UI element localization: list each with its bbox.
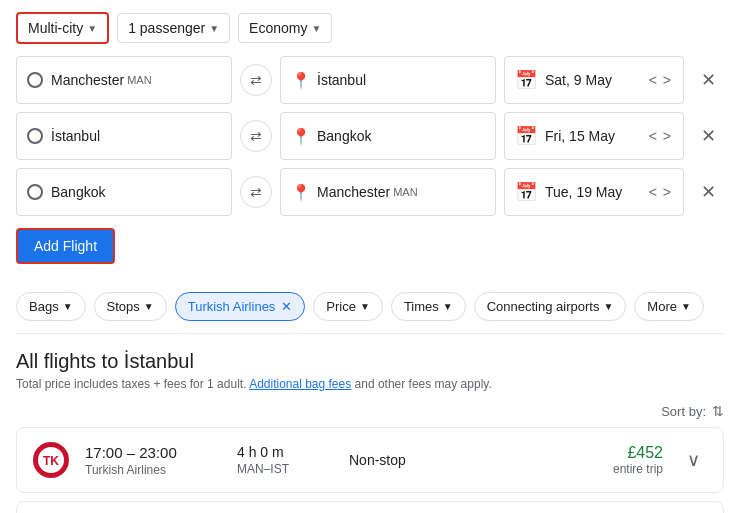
date-nav-2: < >	[647, 128, 673, 144]
stops-chevron-icon: ▼	[144, 301, 154, 312]
filter-turkish-airlines-label: Turkish Airlines	[188, 299, 276, 314]
prev-arrow-1[interactable]: <	[647, 72, 659, 88]
close-btn-3[interactable]: ✕	[692, 176, 724, 208]
calendar-icon-3: 📅	[515, 181, 537, 203]
date-nav-3: < >	[647, 184, 673, 200]
cabin-dropdown[interactable]: Economy ▼	[238, 13, 332, 43]
swap-btn-3[interactable]: ⇄	[240, 176, 272, 208]
filter-stops[interactable]: Stops ▼	[94, 292, 167, 321]
passengers-chevron-icon: ▼	[209, 23, 219, 34]
flight-card-1[interactable]: TK 17:00 – 23:00 Turkish Airlines 4 h 0 …	[16, 427, 724, 493]
close-btn-1[interactable]: ✕	[692, 64, 724, 96]
flight-row-2: İstanbul ⇄ 📍 Bangkok 📅 Fri, 15 May < > ✕	[16, 112, 724, 160]
sort-label: Sort by:	[661, 404, 706, 419]
stops-text-1: Non-stop	[349, 452, 429, 468]
time-range-1: 17:00 – 23:00	[85, 444, 205, 461]
passengers-label: 1 passenger	[128, 20, 205, 36]
price-chevron-icon: ▼	[360, 301, 370, 312]
route-text-1: MAN–IST	[237, 462, 317, 476]
filter-price[interactable]: Price ▼	[313, 292, 383, 321]
origin-icon-2	[27, 128, 43, 144]
date-text-1: Sat, 9 May	[545, 72, 639, 88]
filters-bar: Bags ▼ Stops ▼ Turkish Airlines ✕ Price …	[0, 284, 740, 333]
turkish-airlines-remove-icon[interactable]: ✕	[281, 299, 292, 314]
dest-field-2[interactable]: 📍 Bangkok	[280, 112, 496, 160]
next-arrow-3[interactable]: >	[661, 184, 673, 200]
dest-code-3: MAN	[393, 186, 417, 198]
add-flight-label: Add Flight	[34, 238, 97, 254]
duration-info-1: 4 h 0 m MAN–IST	[237, 444, 317, 476]
filter-turkish-airlines[interactable]: Turkish Airlines ✕	[175, 292, 306, 321]
cabin-chevron-icon: ▼	[311, 23, 321, 34]
connecting-airports-chevron-icon: ▼	[603, 301, 613, 312]
filter-bags[interactable]: Bags ▼	[16, 292, 86, 321]
subtitle-text: Total price includes taxes + fees for 1 …	[16, 377, 246, 391]
dest-field-3[interactable]: 📍 Manchester MAN	[280, 168, 496, 216]
swap-btn-2[interactable]: ⇄	[240, 120, 272, 152]
top-bar: Multi-city ▼ 1 passenger ▼ Economy ▼	[0, 0, 740, 52]
filter-times-label: Times	[404, 299, 439, 314]
results-title: All flights to İstanbul	[16, 350, 724, 373]
origin-icon-1	[27, 72, 43, 88]
airline-logo-1: TK	[33, 442, 69, 478]
pin-icon-3: 📍	[291, 183, 311, 202]
dest-name-3: Manchester	[317, 184, 390, 200]
time-airline-1: 17:00 – 23:00 Turkish Airlines	[85, 444, 205, 477]
filter-more[interactable]: More ▼	[634, 292, 704, 321]
origin-field-1[interactable]: Manchester MAN	[16, 56, 232, 104]
filter-price-label: Price	[326, 299, 356, 314]
multi-city-label: Multi-city	[28, 20, 83, 36]
sort-row: Sort by: ⇅	[16, 403, 724, 419]
multi-city-chevron-icon: ▼	[87, 23, 97, 34]
prev-arrow-3[interactable]: <	[647, 184, 659, 200]
pin-icon-1: 📍	[291, 71, 311, 90]
dest-field-1[interactable]: 📍 İstanbul	[280, 56, 496, 104]
calendar-icon-1: 📅	[515, 69, 537, 91]
dest-name-2: Bangkok	[317, 128, 371, 144]
date-field-3[interactable]: 📅 Tue, 19 May < >	[504, 168, 684, 216]
calendar-icon-2: 📅	[515, 125, 537, 147]
origin-code-1: MAN	[127, 74, 151, 86]
price-text-1: £452	[613, 444, 663, 462]
close-btn-2[interactable]: ✕	[692, 120, 724, 152]
origin-field-3[interactable]: Bangkok	[16, 168, 232, 216]
multi-city-dropdown[interactable]: Multi-city ▼	[16, 12, 109, 44]
flight-info-1: 17:00 – 23:00 Turkish Airlines 4 h 0 m M…	[85, 444, 663, 477]
duration-text-1: 4 h 0 m	[237, 444, 317, 460]
prev-arrow-2[interactable]: <	[647, 128, 659, 144]
sort-icon[interactable]: ⇅	[712, 403, 724, 419]
cabin-label: Economy	[249, 20, 307, 36]
date-field-2[interactable]: 📅 Fri, 15 May < >	[504, 112, 684, 160]
flight-row-1: Manchester MAN ⇄ 📍 İstanbul 📅 Sat, 9 May…	[16, 56, 724, 104]
results-subtitle: Total price includes taxes + fees for 1 …	[16, 377, 724, 391]
filter-stops-label: Stops	[107, 299, 140, 314]
bags-chevron-icon: ▼	[63, 301, 73, 312]
filter-times[interactable]: Times ▼	[391, 292, 466, 321]
price-info-1: £452 entire trip	[613, 444, 663, 476]
date-text-3: Tue, 19 May	[545, 184, 639, 200]
swap-btn-1[interactable]: ⇄	[240, 64, 272, 96]
next-arrow-1[interactable]: >	[661, 72, 673, 88]
filter-bags-label: Bags	[29, 299, 59, 314]
date-text-2: Fri, 15 May	[545, 128, 639, 144]
filter-connecting-airports[interactable]: Connecting airports ▼	[474, 292, 627, 321]
passengers-dropdown[interactable]: 1 passenger ▼	[117, 13, 230, 43]
filter-connecting-airports-label: Connecting airports	[487, 299, 600, 314]
origin-icon-3	[27, 184, 43, 200]
origin-name-3: Bangkok	[51, 184, 105, 200]
origin-field-2[interactable]: İstanbul	[16, 112, 232, 160]
subtitle-end: and other fees may apply.	[355, 377, 492, 391]
stops-info-1: Non-stop	[349, 452, 429, 468]
more-chevron-icon: ▼	[681, 301, 691, 312]
times-chevron-icon: ▼	[443, 301, 453, 312]
date-field-1[interactable]: 📅 Sat, 9 May < >	[504, 56, 684, 104]
filter-more-label: More	[647, 299, 677, 314]
svg-text:TK: TK	[43, 454, 59, 468]
origin-name-1: Manchester	[51, 72, 124, 88]
next-arrow-2[interactable]: >	[661, 128, 673, 144]
add-flight-button[interactable]: Add Flight	[16, 228, 115, 264]
additional-bag-fees-link[interactable]: Additional bag fees	[249, 377, 351, 391]
expand-btn-1[interactable]: ∨	[679, 446, 707, 474]
price-sub-1: entire trip	[613, 462, 663, 476]
flight-card-2[interactable]: TK 10:40 – 16:50 Turkish Airlines 4 h 10…	[16, 501, 724, 513]
